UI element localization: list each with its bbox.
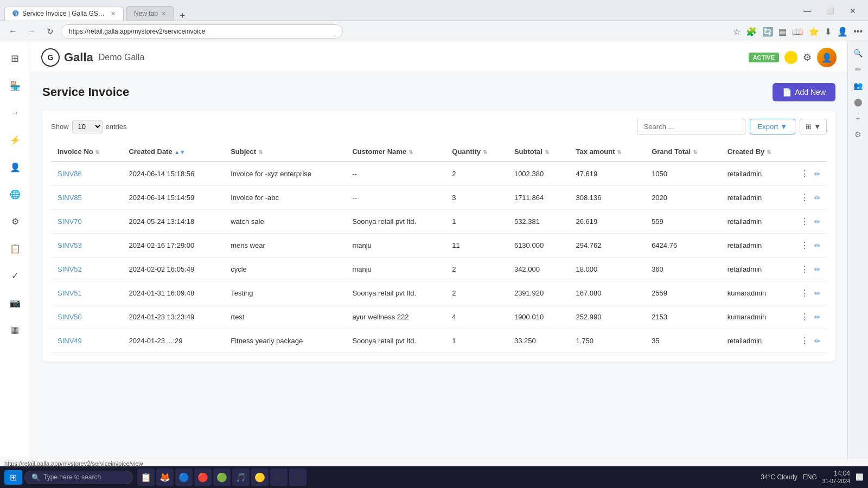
taskbar-app-9[interactable]: ⚙ [289, 468, 307, 486]
col-header-subtotal[interactable]: Subtotal ⇅ [508, 142, 570, 162]
sidebar-icon-camera[interactable]: 📷 [5, 293, 25, 312]
export-button[interactable]: Export ▼ [750, 119, 795, 134]
row-more-button[interactable]: ⋮ [799, 263, 810, 275]
sidebar-icon-table[interactable]: ▦ [5, 320, 25, 339]
sidebar-icon-report[interactable]: 📋 [5, 239, 25, 258]
row-more-button[interactable]: ⋮ [799, 239, 810, 252]
minimize-button[interactable]: — [796, 3, 818, 18]
row-more-button[interactable]: ⋮ [799, 215, 810, 228]
row-more-button[interactable]: ⋮ [799, 287, 810, 299]
taskbar-app-6[interactable]: 🎵 [232, 468, 250, 486]
invoice-link[interactable]: SINV70 [58, 217, 82, 226]
url-input[interactable] [61, 24, 343, 38]
invoice-link[interactable]: SINV51 [58, 289, 82, 297]
row-more-button[interactable]: ⋮ [799, 335, 810, 347]
logo-text: Galla [64, 50, 93, 65]
maximize-button[interactable]: ⬜ [819, 3, 841, 18]
forward-button[interactable]: → [24, 24, 39, 39]
tab-close-1[interactable]: ✕ [111, 10, 116, 17]
right-sidebar: 🔍 ✏ 👥 ⬤ + ⚙ [847, 42, 868, 459]
row-edit-button[interactable]: ✏ [813, 216, 822, 227]
tab-active[interactable]: 🅖 Service Invoice | Galla GST - Invo... … [4, 6, 124, 21]
col-header-subject[interactable]: Subject ⇅ [224, 142, 346, 162]
sidebar-icon-check[interactable]: ✓ [5, 266, 25, 285]
taskbar-app-2[interactable]: 🦊 [156, 468, 174, 486]
sidebar-icon-globe[interactable]: 🌐 [5, 184, 25, 204]
taskbar-app-5[interactable]: 🟢 [213, 468, 231, 486]
entries-select[interactable]: 10 25 50 100 [72, 120, 103, 133]
fav-icon[interactable]: ⭐ [808, 27, 819, 37]
taskbar-app-3[interactable]: 🔵 [175, 468, 193, 486]
close-window-button[interactable]: ✕ [842, 3, 864, 18]
row-edit-button[interactable]: ✏ [813, 264, 822, 275]
refresh-button[interactable]: ↻ [42, 24, 58, 39]
col-header-grand-total[interactable]: Grand Total ⇅ [645, 142, 721, 162]
tab-close-2[interactable]: ✕ [161, 10, 166, 17]
profile-icon[interactable]: 👤 [837, 27, 848, 37]
cell-quantity: 2 [445, 281, 508, 305]
taskbar-show-desktop-icon[interactable]: ⬜ [856, 473, 864, 481]
invoice-link[interactable]: SINV52 [58, 265, 82, 273]
invoice-link[interactable]: SINV49 [58, 337, 82, 345]
col-header-invoice-no[interactable]: Invoice No ⇅ [51, 142, 122, 162]
taskbar-search-box[interactable]: 🔍 Type here to search [24, 471, 133, 484]
invoice-link[interactable]: SINV86 [58, 170, 82, 178]
extension-icon[interactable]: 🧩 [746, 27, 757, 37]
taskbar-time: 14:04 [822, 469, 850, 478]
right-icon-dot[interactable]: ⬤ [854, 98, 863, 106]
col-header-quantity[interactable]: Quantity ⇅ [445, 142, 508, 162]
cell-customer: -- [346, 186, 445, 210]
row-more-button[interactable]: ⋮ [799, 191, 810, 204]
sidebar-icon-store[interactable]: 🏪 [5, 76, 25, 95]
cell-customer: ayur wellness 222 [346, 305, 445, 329]
taskbar-app-7[interactable]: 🟡 [251, 468, 269, 486]
start-button[interactable]: ⊞ [4, 470, 22, 485]
col-header-created-by[interactable]: Created By ⇅ [721, 142, 794, 162]
row-edit-button[interactable]: ✏ [813, 312, 822, 323]
avatar[interactable]: 👤 [817, 48, 837, 67]
browser-titlebar: 🅖 Service Invoice | Galla GST - Invo... … [0, 0, 868, 21]
row-edit-button[interactable]: ✏ [813, 192, 822, 203]
col-header-customer-name[interactable]: Customer Name ⇅ [346, 142, 445, 162]
tab-inactive[interactable]: New tab ✕ [126, 6, 174, 21]
row-edit-button[interactable]: ✏ [813, 288, 822, 299]
sidebar-icon-user[interactable]: 👤 [5, 157, 25, 177]
invoice-link[interactable]: SINV53 [58, 241, 82, 249]
row-edit-button[interactable]: ✏ [813, 169, 822, 179]
bookmark-star-icon[interactable]: ☆ [733, 27, 741, 37]
invoice-link[interactable]: SINV50 [58, 313, 82, 321]
right-icon-plus[interactable]: + [856, 114, 860, 123]
right-icon-search[interactable]: 🔍 [853, 49, 863, 57]
right-icon-settings[interactable]: ⚙ [854, 130, 861, 139]
cell-subtotal: 342.000 [508, 258, 570, 281]
sidebar-browser-icon[interactable]: ▤ [778, 27, 787, 37]
cell-subtotal: 1002.380 [508, 162, 570, 186]
settings-icon[interactable]: ⚙ [803, 52, 812, 63]
right-icon-users[interactable]: 👥 [853, 81, 863, 90]
taskbar-app-4[interactable]: 🔴 [194, 468, 212, 486]
sidebar-icon-gear[interactable]: ⚙ [5, 211, 25, 231]
sidebar-icon-arrow[interactable]: → [5, 103, 25, 123]
row-edit-button[interactable]: ✏ [813, 336, 822, 346]
reading-icon[interactable]: 📖 [792, 27, 803, 37]
col-header-tax[interactable]: Tax amount ⇅ [570, 142, 646, 162]
invoice-link[interactable]: SINV85 [58, 194, 82, 202]
search-input[interactable] [637, 119, 745, 134]
row-edit-button[interactable]: ✏ [813, 240, 822, 251]
more-icon[interactable]: ••• [853, 27, 863, 36]
sidebar-icon-dashboard[interactable]: ⊞ [5, 49, 25, 68]
new-tab-button[interactable]: + [176, 11, 189, 21]
download-icon[interactable]: ⬇ [825, 27, 832, 37]
right-icon-edit[interactable]: ✏ [855, 65, 861, 74]
col-header-created-date[interactable]: Created Date ▲▼ [122, 142, 224, 162]
taskbar-app-8[interactable]: 🗂 [270, 468, 288, 486]
sidebar-icon-zap[interactable]: ⚡ [5, 130, 25, 150]
row-more-button[interactable]: ⋮ [799, 311, 810, 323]
view-toggle-button[interactable]: ⊞ ▼ [800, 119, 827, 134]
taskbar-app-1[interactable]: 📋 [137, 468, 155, 486]
back-button[interactable]: ← [5, 24, 21, 39]
cell-date: 2024-05-24 13:14:18 [122, 210, 224, 234]
row-more-button[interactable]: ⋮ [799, 168, 810, 180]
sync-icon[interactable]: 🔄 [762, 27, 773, 37]
add-new-button[interactable]: 📄 Add New [773, 83, 835, 101]
